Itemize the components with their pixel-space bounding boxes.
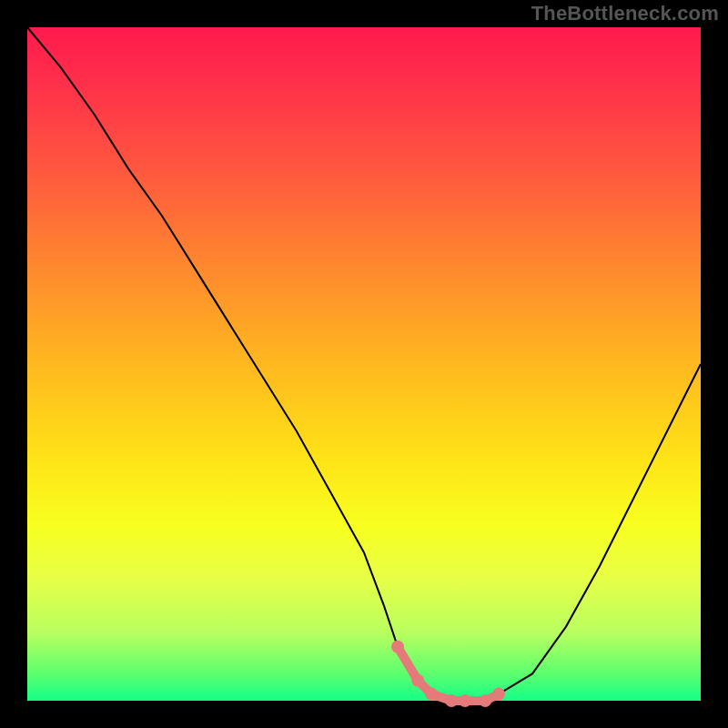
optimal-zone-line [398,647,499,701]
chart-frame: TheBottleneck.com [0,0,728,728]
optimal-zone-dots [391,641,505,707]
optimal-zone-dot [492,688,505,701]
optimal-zone-dot [479,694,491,707]
optimal-zone-dot [445,694,458,707]
plot-area [27,27,701,701]
watermark-text: TheBottleneck.com [531,2,719,25]
optimal-zone-dot [411,674,424,687]
optimal-zone-dot [425,688,438,701]
chart-svg [27,27,701,701]
optimal-zone-dot [391,641,404,653]
optimal-zone-dot [459,694,471,707]
bottleneck-curve-line [27,27,701,701]
